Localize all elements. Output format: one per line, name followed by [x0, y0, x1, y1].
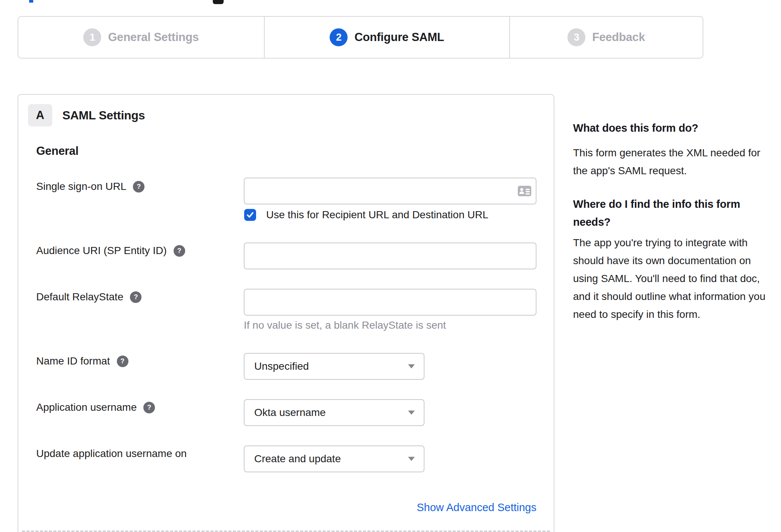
step-general-settings[interactable]: 1 General Settings	[18, 17, 264, 58]
nameid-format-label: Name ID format ?	[36, 355, 128, 367]
audience-uri-label: Audience URI (SP Entity ID) ?	[36, 245, 185, 257]
section-a-badge: A	[28, 104, 52, 126]
app-username-label: Application username ?	[36, 401, 155, 413]
recipient-url-checkbox-label[interactable]: Use this for Recipient URL and Destinati…	[266, 209, 488, 221]
step-2-number-badge: 2	[330, 28, 348, 46]
step-2-label: Configure SAML	[354, 31, 444, 44]
relaystate-help-icon[interactable]: ?	[130, 291, 141, 303]
update-username-value: Create and update	[254, 453, 341, 465]
chevron-down-icon	[408, 411, 415, 415]
sso-url-help-icon[interactable]: ?	[133, 181, 144, 193]
help-answer-2: The app you're trying to integrate with …	[573, 234, 777, 323]
nameid-format-value: Unspecified	[254, 360, 309, 372]
show-advanced-settings-link[interactable]: Show Advanced Settings	[244, 501, 536, 514]
app-username-label-text: Application username	[36, 401, 137, 413]
step-1-number-badge: 1	[83, 28, 101, 46]
audience-uri-help-icon[interactable]: ?	[174, 245, 185, 257]
step-3-number-badge: 3	[567, 28, 585, 46]
help-question-2: Where do I find the info this form needs…	[573, 195, 777, 231]
relaystate-input[interactable]	[244, 289, 536, 316]
saml-settings-panel: A SAML Settings General Single sign-on U…	[18, 94, 554, 532]
step-configure-saml[interactable]: 2 Configure SAML	[264, 17, 509, 58]
relaystate-label: Default RelayState ?	[36, 291, 141, 303]
chevron-down-icon	[408, 457, 415, 461]
nameid-format-label-text: Name ID format	[36, 355, 110, 367]
step-3-label: Feedback	[592, 31, 645, 44]
audience-uri-input[interactable]	[244, 242, 536, 269]
app-username-select[interactable]: Okta username	[244, 399, 424, 426]
nameid-format-help-icon[interactable]: ?	[117, 356, 128, 367]
relaystate-helper-text: If no value is set, a blank RelayState i…	[244, 319, 446, 331]
recipient-url-checkbox[interactable]	[244, 209, 256, 221]
relaystate-label-text: Default RelayState	[36, 291, 123, 303]
audience-uri-label-text: Audience URI (SP Entity ID)	[36, 245, 167, 257]
cutoff-logo-fragment	[213, 0, 224, 4]
update-username-label: Update application username on	[36, 448, 187, 460]
wizard-stepper: 1 General Settings 2 Configure SAML 3 Fe…	[18, 16, 703, 59]
general-heading: General	[36, 144, 78, 158]
nameid-format-select[interactable]: Unspecified	[244, 353, 424, 380]
chevron-down-icon	[408, 364, 415, 369]
help-question-1: What does this form do?	[573, 119, 777, 137]
sso-url-label-text: Single sign-on URL	[36, 181, 126, 193]
app-username-value: Okta username	[254, 407, 326, 419]
update-username-select[interactable]: Create and update	[244, 445, 424, 472]
section-title: SAML Settings	[62, 109, 145, 122]
help-answer-1: This form generates the XML needed for t…	[573, 144, 777, 180]
sso-url-label: Single sign-on URL ?	[36, 181, 144, 193]
cutoff-blue-fragment	[29, 0, 33, 3]
step-1-label: General Settings	[108, 31, 199, 44]
checkmark-icon	[246, 211, 254, 219]
step-feedback[interactable]: 3 Feedback	[509, 17, 703, 58]
update-username-label-text: Update application username on	[36, 448, 187, 460]
autofill-contact-icon[interactable]	[518, 186, 531, 196]
sso-url-input[interactable]	[244, 178, 536, 204]
section-dashed-divider	[22, 531, 550, 532]
app-username-help-icon[interactable]: ?	[143, 402, 155, 413]
